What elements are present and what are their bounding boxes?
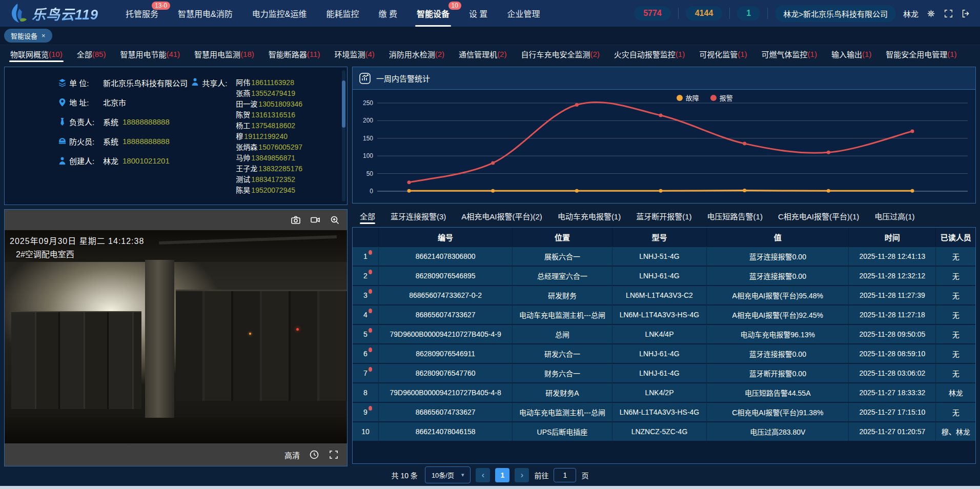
table-row[interactable]: 6 862809076546911 研发六合一 LNHJ-61-4G 蓝牙连接报… [353,343,975,363]
company-selector[interactable]: 林龙>新北京乐鸟科技有限公司 [775,5,896,22]
camera-footer: 高清 [5,443,347,466]
divider [767,8,768,19]
total-count: 共 10 条 [392,470,418,480]
shared-person: User_1952004294519520042945 [236,196,344,198]
menu-item[interactable]: 能耗监控 [316,0,369,27]
category-tab[interactable]: 可燃气体监控(1) [754,45,824,63]
alert-type-tab[interactable]: 电动车充电报警(1) [552,205,626,227]
user-name[interactable]: 林龙 [903,8,918,19]
category-tab[interactable]: 消防用水检测(2) [382,45,452,63]
alert-type-tab[interactable]: C相充电AI报警(平台)(1) [772,205,865,227]
line-chart: 050100150200250 [353,90,975,202]
table-row[interactable]: 4 868656074733627 电动车充电监测主机---总闸 LN6M-L1… [353,304,975,324]
category-tab[interactable]: 全部(85) [70,45,113,63]
scrollbar[interactable] [342,70,345,201]
category-tab[interactable]: 环境监测(4) [327,45,381,63]
page-size-select[interactable]: 10条/页 ▾ [425,466,471,483]
shared-person: 阿伟18611163928 [236,77,344,88]
location-pin-icon [58,98,69,107]
person-icon [191,77,202,200]
unread-dot [369,328,372,333]
category-tab[interactable]: 智慧用电节能(41) [113,45,187,63]
shared-person: 杨工13754818602 [236,120,344,131]
unread-dot [369,367,372,372]
bottom-strip [0,486,980,489]
fullscreen-icon[interactable] [943,8,953,18]
category-tab[interactable]: 智能安全用电管理(1) [879,45,964,63]
chevron-down-icon: ▾ [461,472,464,478]
chart-icon [359,72,371,85]
alert-type-tab[interactable]: 全部 [354,205,381,227]
table-row[interactable]: 2 862809076546895 总经理室六合一 LNHJ-61-4G 蓝牙连… [353,266,975,285]
category-tab[interactable]: 火灾自动报警监控(1) [607,45,692,63]
category-tab[interactable]: 自行车充电安全监测(2) [514,45,606,63]
table-row[interactable]: 8 79D9600B000094210727B405-4-8 研发财务A LNK… [353,382,975,402]
category-tab[interactable]: 通信管理机(2) [452,45,514,63]
refresh-icon[interactable] [309,450,319,460]
creator-field: 创建人: 林龙 18001021201 [58,155,191,166]
category-tab[interactable]: 物联网概览(10) [3,45,70,63]
settings-gear-icon[interactable] [926,8,936,18]
video-timestamp: 2025年09月30日 星期二 14:12:38 [10,234,144,247]
snapshot-camera-icon[interactable] [291,215,301,225]
menu-item[interactable]: 企业管理 [497,0,549,27]
unread-dot [369,270,372,274]
alert-type-tab[interactable]: 蓝牙连接报警(3) [385,205,452,227]
legend-item[interactable]: 故障 [677,93,699,103]
table-row[interactable]: 5 79D9600B000094210727B405-4-9 总闸 LNK4/4… [353,324,975,343]
hd-quality-button[interactable]: 高清 [284,450,300,460]
current-page-button[interactable]: 1 [495,468,509,482]
menu-item[interactable]: 缴 费 [369,0,406,27]
menu-item[interactable]: 设 置 [459,0,497,27]
table-row[interactable]: 1 866214078306800 展板六合一 LNHJ-51-4G 蓝牙连接报… [353,246,975,266]
menu-item[interactable]: 智能设备 10 [407,0,459,27]
alarm-table: 编号 位置 型号 值 时间 已读人员 1 86621407830680 [353,228,975,441]
category-tabs: 物联网概览(10) 全部(85) 智慧用电节能(41) 智慧用电监测(18) 智… [0,45,980,63]
goto-page-input[interactable] [554,468,576,482]
svg-text:250: 250 [363,99,373,107]
chart-title: 一周内告警统计 [376,73,430,84]
table-row[interactable]: 7 862809076547760 财务六合一 LNHJ-61-4G 蓝牙断开报… [353,363,975,382]
alert-type-tab[interactable]: A相充电AI报警(平台)(2) [456,205,548,227]
svg-text:200: 200 [363,117,373,124]
category-tab[interactable]: 可视化监管(1) [692,45,754,63]
menu-badge: 13-0 [152,2,170,10]
pagination: 共 10 条 10条/页 ▾ ‹ 1 › 前往 页 [4,466,976,483]
manager-phone: 18888888888 [122,117,170,126]
next-page-button[interactable]: › [515,468,529,482]
close-icon[interactable]: × [42,32,46,39]
category-tab[interactable]: 输入输出(1) [824,45,879,63]
category-tab[interactable]: 智慧用电监测(18) [187,45,261,63]
alert-type-tab[interactable]: 电压短路告警(1) [702,205,768,227]
menu-item[interactable]: 电力监控&运维 [242,0,317,27]
shared-person: 测试18834172352 [236,174,344,185]
table-row[interactable]: 3 868656074733627-0-2 研发财务 LN6M-L1T4A3V3… [353,285,975,304]
stat-badge[interactable]: 1 [737,6,760,21]
alert-type-tab[interactable]: 蓝牙断开报警(1) [630,205,697,227]
alert-type-tabs: 全部 蓝牙连接报警(3) A相充电AI报警(平台)(2) 电动车充电报警(1) … [352,205,976,227]
table-row[interactable]: 9 868656074733627 电动车充电监测主机---总闸 LN6M-L1… [353,402,975,421]
logout-icon[interactable] [961,8,971,18]
legend-item[interactable]: 报警 [710,93,733,103]
col-model: 型号 [612,228,707,246]
svg-text:50: 50 [366,170,374,177]
tab-smart-devices[interactable]: 智能设备 × [4,29,52,43]
category-tab[interactable]: 智能断路器(11) [261,45,328,63]
shared-person: 马帅13849856871 [236,153,344,164]
col-serial: 编号 [379,228,513,246]
video-record-icon[interactable] [310,215,320,225]
logo-icon [7,3,28,24]
expand-fullscreen-icon[interactable] [329,450,339,460]
shared-person: 张燕13552479419 [236,88,344,99]
camera-video[interactable]: 2025年09月30日 星期二 14:12:38 2#空调配电室西 [5,230,347,443]
camera-panel: 2025年09月30日 星期二 14:12:38 2#空调配电室西 高清 [4,209,348,466]
table-row[interactable]: 10 866214078046158 UPS后断电插座 LNZNCZ-5ZC-4… [353,421,975,441]
menu-item[interactable]: 托管服务 13-0 [116,0,168,27]
stat-badge[interactable]: 5774 [634,6,671,21]
alert-type-tab[interactable]: 电压过高(1) [869,205,920,227]
tie-icon [58,117,69,126]
stat-badge[interactable]: 4144 [686,6,723,21]
menu-item[interactable]: 智慧用电&消防 [168,0,242,27]
prev-page-button[interactable]: ‹ [476,468,490,482]
zoom-in-icon[interactable] [330,215,340,225]
